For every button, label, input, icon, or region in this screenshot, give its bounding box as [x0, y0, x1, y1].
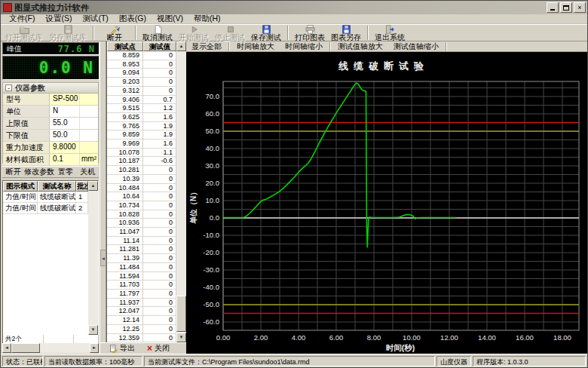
data-table-row[interactable]: 9.7651.9 [107, 122, 176, 131]
menu-item-settings[interactable]: 设置(S) [40, 14, 77, 24]
minimize-button[interactable] [547, 2, 559, 13]
data-table-row[interactable]: 10.390 [107, 175, 176, 184]
data-table-row[interactable]: 9.6251.6 [107, 113, 176, 122]
batch-row-2[interactable]: 力值/时间线缆破断试验2 [3, 203, 98, 214]
scroll-left-icon[interactable]: ◄ [2, 343, 11, 353]
param-value[interactable]: 55.0 [50, 118, 80, 129]
param-value[interactable]: 0.1 [50, 154, 80, 165]
data-table-row[interactable]: 10.9360 [107, 219, 176, 228]
params-header[interactable]: - 仪器参数 [2, 82, 99, 94]
data-table-row[interactable]: 10.0781.1 [107, 149, 176, 158]
menu-item-file[interactable]: 文件(F) [4, 14, 40, 24]
data-table-row[interactable]: 10.187-0.6 [107, 157, 176, 166]
data-table-row[interactable]: 9.3120 [107, 87, 176, 96]
saveas-chart-button[interactable]: 图表另存 [328, 25, 364, 41]
data-table-row[interactable]: 8.9530 [107, 60, 176, 69]
data-table-row[interactable]: 12.3590 [107, 334, 176, 343]
data-table-row[interactable]: 11.5940 [107, 272, 176, 281]
horizontal-scrollbar[interactable]: ◄ ► [2, 343, 99, 353]
data-table-row[interactable]: 11.390 [107, 254, 176, 263]
exit-system-button[interactable]: 退出系统 [372, 25, 408, 41]
menu-item-test[interactable]: 测试(T) [77, 14, 113, 24]
data-cell: 12.359 [107, 334, 143, 343]
time-axis-zoom-out-button[interactable]: 时间轴缩小 [280, 41, 328, 51]
data-cell: 0 [143, 69, 176, 78]
data-table-row[interactable]: 10.4840 [107, 184, 176, 193]
cancel-test-button[interactable]: 取消测试 [139, 25, 176, 41]
data-column-header[interactable]: 测试值 [143, 41, 176, 51]
collapse-left-icon[interactable]: ◄ [100, 250, 106, 266]
data-table-row[interactable]: 9.8591.9 [107, 130, 176, 140]
param-value[interactable]: 9.8000 [50, 142, 80, 153]
export-button[interactable]: 导出 [109, 343, 135, 354]
batch-table-scrollbar[interactable]: ▲ ▼ [88, 181, 98, 335]
batch-row-1[interactable]: 力值/时间线缆破断试验1 [3, 192, 98, 203]
data-table-row[interactable]: 9.4060.7 [107, 96, 176, 105]
close-table-button[interactable]: × 关闭 [147, 343, 170, 354]
peak-value: 77.6 N [58, 44, 95, 54]
data-table-row[interactable]: 11.0470 [107, 228, 176, 237]
scroll-down-icon[interactable]: ▼ [176, 333, 186, 342]
start-test-button[interactable]: 开始测试 [176, 25, 212, 41]
data-table-row[interactable]: 12.140 [107, 316, 176, 325]
data-table-row[interactable]: 9.5151.2 [107, 104, 176, 113]
zero-button[interactable]: 置零 [54, 167, 76, 177]
data-table-row[interactable]: 9.0940 [107, 69, 176, 78]
data-table-row[interactable]: 10.2810 [107, 166, 176, 175]
scroll-right-icon[interactable]: ► [90, 343, 99, 353]
power-off-button[interactable]: 关机 [77, 167, 99, 177]
value-axis-zoom-in-button[interactable]: 测试值轴放大 [332, 41, 388, 51]
panel-splitter[interactable]: ◄ [100, 41, 106, 354]
scroll-down-icon[interactable]: ▼ [88, 325, 98, 335]
data-table-row[interactable]: 8.8590 [107, 51, 176, 60]
param-unit [80, 130, 98, 141]
data-column-header[interactable]: 测试点 [107, 41, 143, 51]
modify-params-button[interactable]: 修改参数 [24, 167, 54, 177]
data-table-scrollbar[interactable]: ▲ ▼ [176, 41, 186, 342]
scroll-thumb[interactable] [11, 343, 40, 353]
menu-item-view[interactable]: 视图(V) [152, 14, 188, 24]
print-chart-button[interactable]: 打印图表 [292, 25, 328, 41]
data-cell: 0 [143, 325, 176, 334]
param-value[interactable]: SP-500 [50, 94, 80, 105]
data-table-row[interactable]: 12.250 [107, 325, 176, 334]
disconnect-device-button[interactable]: 断开 [2, 167, 24, 177]
scroll-thumb[interactable] [176, 296, 186, 332]
saveas-library-button[interactable]: 另存测试库 [46, 25, 90, 41]
show-all-button[interactable]: 显示全部 [186, 41, 227, 51]
maximize-button[interactable] [560, 2, 572, 13]
y-tick-label: 70.0 [206, 92, 220, 100]
menu-item-help[interactable]: 帮助(H) [188, 14, 226, 24]
data-table-row[interactable]: 11.4840 [107, 263, 176, 272]
data-table-row[interactable]: 12.0470 [107, 307, 176, 316]
param-label: 重力加速度 [3, 142, 50, 153]
data-table-row[interactable]: 9.9691.6 [107, 140, 176, 149]
value-axis-zoom-out-button[interactable]: 测试值轴缩小 [388, 41, 444, 51]
data-cell: 0 [143, 272, 176, 281]
close-button[interactable]: × [574, 2, 586, 13]
data-table-row[interactable]: 11.7030 [107, 281, 176, 290]
collapse-icon[interactable]: - [5, 84, 12, 91]
data-table-row[interactable]: 10.7340 [107, 201, 176, 210]
data-table-row[interactable]: 11.7970 [107, 290, 176, 299]
time-axis-zoom-in-button[interactable]: 时间轴放大 [231, 41, 280, 51]
param-value[interactable]: N [50, 106, 80, 117]
open-library-button[interactable]: 打开测试库 [2, 25, 46, 41]
save-test-button[interactable]: 保存测试 [248, 25, 284, 41]
batch-column-header[interactable]: 批次 [76, 181, 88, 192]
batch-column-header[interactable]: 测试名称 [38, 181, 76, 192]
menu-item-chart[interactable]: 图表(G) [114, 14, 152, 24]
stop-test-button[interactable]: 停止测试 [212, 25, 248, 41]
batch-column-header[interactable]: 图示模式 [3, 181, 38, 192]
data-table-row[interactable]: 11.2810 [107, 245, 176, 254]
data-table-row[interactable]: 9.2030 [107, 78, 176, 87]
disconnect-button[interactable]: 断开 [97, 25, 132, 41]
titlebar[interactable]: 图显式推拉力计软件 × [1, 1, 587, 14]
scroll-up-icon[interactable]: ▲ [176, 41, 186, 51]
data-table-row[interactable]: 11.9370 [107, 299, 176, 308]
data-table-row[interactable]: 11.140 [107, 237, 176, 246]
data-table-row[interactable]: 10.640 [107, 192, 176, 201]
scroll-up-icon[interactable]: ▲ [88, 181, 98, 191]
data-table-row[interactable]: 10.8280 [107, 210, 176, 219]
param-value[interactable]: 50.0 [50, 130, 80, 141]
